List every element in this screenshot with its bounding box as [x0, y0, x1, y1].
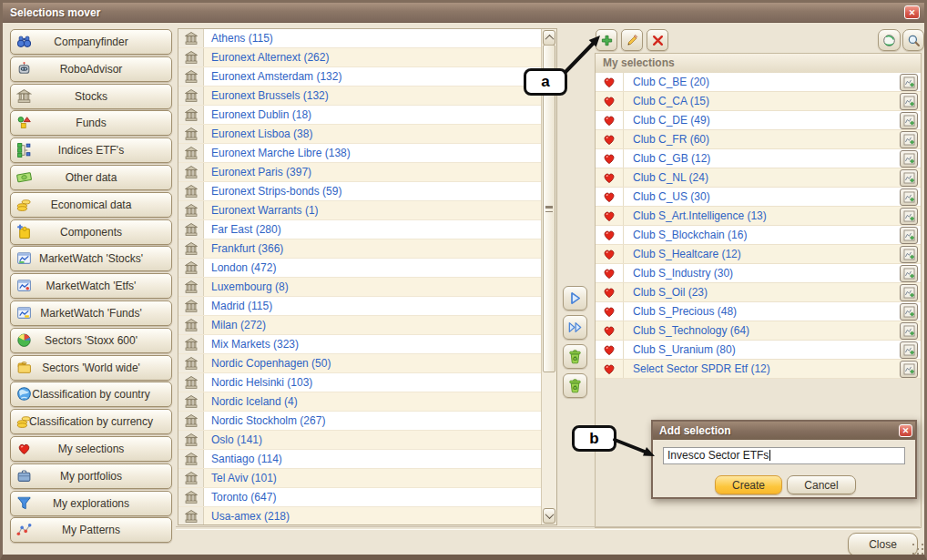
selection-row[interactable]: Club C_NL (24) — [596, 168, 921, 188]
market-row[interactable]: Frankfurt (366) — [178, 239, 542, 259]
markets-scrollbar[interactable] — [541, 29, 556, 524]
sidebar-item-my-patterns[interactable]: My Patterns — [10, 517, 172, 543]
add-to-chart-button[interactable] — [900, 341, 918, 359]
sidebar-item-companyfinder[interactable]: Companyfinder — [10, 29, 172, 55]
recycle-bin-button-2[interactable] — [563, 373, 587, 398]
move-all-right-button[interactable] — [563, 315, 587, 340]
move-right-button[interactable] — [563, 286, 587, 311]
sidebar-item-economical-data[interactable]: Economical data — [10, 192, 172, 218]
add-to-chart-button[interactable] — [900, 150, 918, 168]
market-row[interactable]: Oslo (141) — [178, 431, 542, 450]
market-row[interactable]: Euronext Paris (397) — [178, 163, 542, 182]
add-to-chart-button[interactable] — [900, 246, 918, 263]
market-row[interactable]: Euronext Amsterdam (132) — [178, 67, 542, 87]
sidebar-item-other-data[interactable]: Other data — [10, 165, 172, 190]
sidebar-item-stocks[interactable]: Stocks — [10, 84, 172, 109]
puzzle-icon — [16, 224, 32, 239]
selection-row[interactable]: Club S_Technology (64) — [596, 321, 921, 341]
selection-row[interactable]: Club S_Blockchain (16) — [596, 226, 921, 245]
window-close-button[interactable]: ✕ — [904, 5, 920, 19]
add-to-chart-button[interactable] — [900, 322, 918, 340]
market-row[interactable]: Nordic Helsinki (103) — [178, 373, 542, 392]
cancel-button[interactable]: Cancel — [787, 475, 856, 494]
market-row[interactable]: Usa-amex (218) — [178, 507, 542, 524]
market-row[interactable]: Toronto (647) — [178, 488, 542, 507]
selection-row[interactable]: Club C_CA (15) — [596, 92, 921, 111]
market-row[interactable]: Euronext Brussels (132) — [178, 87, 542, 106]
market-row[interactable]: Athens (115) — [178, 29, 542, 48]
selection-row[interactable]: Club C_GB (12) — [596, 149, 921, 168]
add-to-chart-button[interactable] — [900, 265, 918, 282]
market-row[interactable]: Euronext Marche Libre (138) — [178, 144, 542, 163]
add-to-chart-button[interactable] — [900, 188, 918, 206]
selection-row[interactable]: Club S_Industry (30) — [596, 264, 921, 283]
scroll-up-button[interactable] — [543, 30, 555, 46]
market-row[interactable]: Luxembourg (8) — [178, 278, 542, 297]
market-row[interactable]: London (472) — [178, 259, 542, 278]
market-row[interactable]: Euronext Dublin (18) — [178, 106, 542, 125]
add-to-chart-button[interactable] — [900, 227, 918, 244]
add-to-chart-button[interactable] — [900, 93, 918, 110]
selection-row[interactable]: Club C_DE (49) — [596, 111, 921, 130]
market-row[interactable]: Tel Aviv (101) — [178, 469, 542, 488]
scroll-down-button[interactable] — [543, 508, 555, 524]
market-row[interactable]: Euronext Lisboa (38) — [178, 125, 542, 144]
add-to-chart-button[interactable] — [900, 131, 918, 148]
sidebar-item-classification-by-country[interactable]: Classification by country — [10, 382, 172, 407]
selection-row[interactable]: Club C_US (30) — [596, 188, 921, 207]
bank-icon — [178, 48, 204, 66]
market-row[interactable]: Far East (280) — [178, 220, 542, 239]
sidebar-item-classification-by-currency[interactable]: Classification by currency — [10, 409, 172, 434]
add-to-chart-button[interactable] — [900, 284, 918, 301]
sidebar-item-indices-etfs[interactable]: Indices ETF's — [10, 137, 172, 163]
selection-row[interactable]: Club S_Uranium (80) — [596, 341, 921, 360]
market-row[interactable]: Milan (272) — [178, 316, 542, 335]
selection-row[interactable]: Club S_Art.Intelligence (13) — [596, 207, 921, 226]
add-to-chart-button[interactable] — [900, 303, 918, 321]
sidebar-item-funds[interactable]: Funds — [10, 110, 172, 136]
market-row[interactable]: Santiago (114) — [178, 450, 542, 469]
selection-row[interactable]: Club C_BE (20) — [596, 73, 921, 92]
sidebar-item-marketwatch-etfs[interactable]: MarketWatch 'Etfs' — [10, 273, 172, 299]
sidebar-item-my-portfolios[interactable]: My portfolios — [10, 463, 172, 489]
sidebar-item-my-explorations[interactable]: My explorations — [10, 491, 172, 516]
add-to-chart-button[interactable] — [900, 169, 918, 187]
market-row[interactable]: Nordic Stockholm (267) — [178, 412, 542, 431]
selection-row[interactable]: Club S_Oil (23) — [596, 283, 921, 302]
market-row[interactable]: Nordic Iceland (4) — [178, 392, 542, 412]
selection-label: Club C_BE (20) — [624, 76, 900, 88]
selection-name-input[interactable]: Invesco Sector ETFs — [663, 447, 905, 464]
dialog-close-button[interactable]: ✕ — [899, 424, 912, 437]
market-row[interactable]: Nordic Copenhagen (50) — [178, 354, 542, 373]
selection-row[interactable]: Club C_FR (60) — [596, 130, 921, 149]
sidebar-item-components[interactable]: Components — [10, 219, 172, 245]
sidebar-item-sectors-world-wide[interactable]: Sectors 'World wide' — [10, 355, 172, 381]
world-button[interactable] — [878, 29, 901, 51]
sidebar-item-my-selections[interactable]: My selections — [10, 436, 172, 462]
market-row[interactable]: Mix Markets (323) — [178, 335, 542, 354]
recycle-bin-button[interactable] — [563, 344, 587, 369]
selection-row[interactable]: Select Sector SPDR Etf (12) — [596, 360, 921, 379]
search-button[interactable] — [902, 29, 924, 51]
sidebar-item-roboadvisor[interactable]: RoboAdvisor — [10, 56, 172, 82]
dialog-close-footer-button[interactable]: Close — [848, 533, 918, 556]
edit-selection-button[interactable] — [621, 29, 643, 51]
sidebar-item-marketwatch-funds[interactable]: MarketWatch 'Funds' — [10, 300, 172, 326]
selection-row[interactable]: Club S_Precious (48) — [596, 302, 921, 321]
add-to-chart-button[interactable] — [900, 74, 918, 91]
market-row[interactable]: Euronext Warrants (1) — [178, 201, 542, 220]
market-row[interactable]: Euronext Alternext (262) — [178, 48, 542, 67]
add-to-chart-button[interactable] — [900, 361, 918, 378]
add-to-chart-button[interactable] — [900, 208, 918, 225]
market-row[interactable]: Euronext Strips-bonds (59) — [178, 182, 542, 201]
sidebar-item-sectors-stoxx-600[interactable]: Sectors 'Stoxx 600' — [10, 328, 172, 353]
resize-grip[interactable] — [912, 544, 925, 556]
selection-name-value: Invesco Sector ETFs — [667, 449, 769, 462]
selection-row[interactable]: Club S_Healtcare (12) — [596, 245, 921, 264]
delete-selection-button[interactable] — [647, 29, 668, 51]
add-selection-button[interactable] — [596, 29, 617, 51]
sidebar-item-marketwatch-stocks[interactable]: MarketWatch 'Stocks' — [10, 246, 172, 271]
add-to-chart-button[interactable] — [900, 112, 918, 129]
create-button[interactable]: Create — [715, 475, 782, 494]
market-row[interactable]: Madrid (115) — [178, 297, 542, 316]
